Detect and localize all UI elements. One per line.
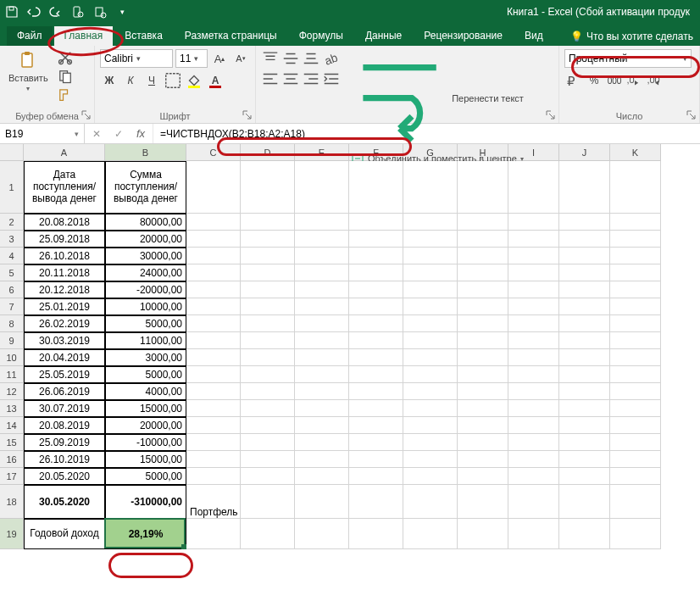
cell[interactable] [349,349,403,366]
amount-cell[interactable]: -310000,00 [105,485,186,519]
redo-icon[interactable] [49,5,63,19]
cell[interactable] [295,248,349,264]
row-header[interactable]: 16 [0,451,24,468]
copy-icon[interactable] [57,68,74,85]
dialog-launcher-icon[interactable] [242,110,253,120]
cell[interactable] [458,434,508,451]
cell[interactable] [241,315,295,332]
borders-icon[interactable] [164,71,182,90]
cell[interactable] [403,214,458,231]
cell[interactable] [186,468,241,485]
column-header[interactable]: C [186,144,241,161]
cell[interactable] [508,417,559,434]
cell[interactable] [508,349,559,366]
cell[interactable] [403,161,458,214]
cell[interactable] [403,485,458,519]
date-cell[interactable]: 25.09.2018 [24,231,105,248]
cell[interactable] [559,161,610,214]
paste-button[interactable]: Вставить ▾ [5,49,52,94]
cell[interactable] [458,468,508,485]
date-cell[interactable]: 26.10.2018 [24,248,105,264]
cell[interactable] [508,281,559,298]
decrease-font-icon[interactable]: A▾ [231,49,250,68]
amount-cell[interactable]: 15000,00 [105,400,186,417]
amount-cell[interactable]: 5000,00 [105,315,186,332]
cell[interactable] [508,434,559,451]
cell[interactable] [295,298,349,315]
cell[interactable] [403,434,458,451]
cell[interactable] [610,366,661,383]
cell[interactable] [559,383,610,400]
cell[interactable] [295,231,349,248]
cell[interactable] [508,231,559,248]
cell[interactable] [349,298,403,315]
amount-cell[interactable]: 30000,00 [105,248,186,264]
cell[interactable] [403,298,458,315]
cell[interactable] [610,417,661,434]
dialog-launcher-icon[interactable] [546,110,556,120]
cell[interactable] [458,281,508,298]
amount-cell[interactable]: 15000,00 [105,451,186,468]
cell[interactable] [458,231,508,248]
amount-cell[interactable]: 4000,00 [105,383,186,400]
cell[interactable] [241,332,295,349]
cell[interactable] [241,400,295,417]
tab-file[interactable]: Файл [7,26,53,46]
underline-button[interactable]: Ч [142,71,161,90]
increase-decimal-icon[interactable]: ,0 [625,71,644,90]
row-header[interactable]: 18 [0,485,24,519]
cell[interactable] [295,161,349,214]
cell[interactable] [610,485,661,519]
header-cell[interactable]: Дата поступления/ вывода денег [24,161,105,214]
cell[interactable] [458,366,508,383]
cell[interactable] [559,248,610,264]
cell[interactable] [610,231,661,248]
cell[interactable] [458,264,508,281]
decrease-decimal-icon[interactable]: ,00 [646,71,664,90]
row-header[interactable]: 17 [0,468,24,485]
cell[interactable] [186,417,241,434]
cell[interactable] [508,298,559,315]
cell[interactable] [508,383,559,400]
tab-review[interactable]: Рецензирование [414,26,513,46]
cell[interactable] [610,264,661,281]
cell[interactable] [295,468,349,485]
date-cell[interactable]: 26.10.2019 [24,451,105,468]
cell[interactable] [458,315,508,332]
row-header[interactable]: 8 [0,315,24,332]
cell[interactable] [508,332,559,349]
cell[interactable] [241,519,295,549]
cell[interactable] [241,231,295,248]
align-right-icon[interactable] [302,70,320,88]
cell[interactable] [295,366,349,383]
date-cell[interactable]: 26.02.2019 [24,315,105,332]
row-header[interactable]: 6 [0,281,24,298]
cell[interactable] [610,349,661,366]
touch-mode-icon[interactable] [71,5,85,19]
cell[interactable] [559,519,610,549]
cell[interactable] [186,214,241,231]
row-header[interactable]: 12 [0,383,24,400]
cell[interactable] [403,383,458,400]
accounting-format-icon[interactable]: ₽ [564,71,583,90]
cell[interactable] [186,332,241,349]
cell[interactable] [241,366,295,383]
amount-cell[interactable]: 20000,00 [105,231,186,248]
cell[interactable] [241,248,295,264]
cell[interactable] [403,281,458,298]
cell[interactable] [610,468,661,485]
cell[interactable] [295,519,349,549]
cell[interactable] [349,214,403,231]
save-icon[interactable] [5,5,19,19]
cell[interactable] [295,417,349,434]
row-header[interactable]: 5 [0,264,24,281]
italic-button[interactable]: К [121,71,140,90]
cell[interactable] [610,161,661,214]
cell[interactable] [559,264,610,281]
cells-area[interactable]: Дата поступления/ вывода денегСумма пост… [24,161,700,590]
amount-cell[interactable]: 80000,00 [105,214,186,231]
cell[interactable] [295,315,349,332]
row-header[interactable]: 1 [0,161,24,214]
cell[interactable] [349,383,403,400]
date-cell[interactable]: 30.03.2019 [24,332,105,349]
